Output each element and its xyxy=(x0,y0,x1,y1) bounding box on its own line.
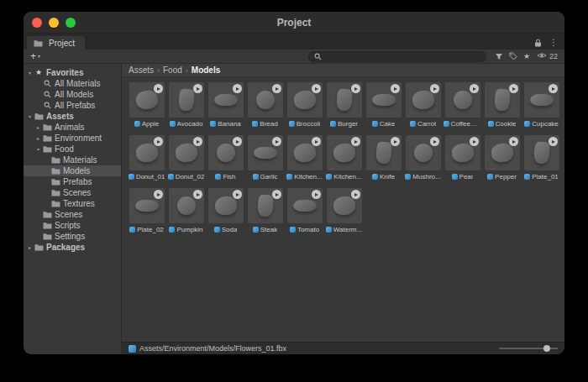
asset-item-pumpkin[interactable]: Pumpkin xyxy=(166,188,206,241)
asset-item-donut-01[interactable]: Donut_01 xyxy=(127,135,166,188)
asset-item-kitchen[interactable]: Kitchen... xyxy=(324,135,364,188)
filter-icon[interactable] xyxy=(495,49,503,64)
tree-item-all-materials[interactable]: All Materials xyxy=(24,78,121,89)
asset-item-apple[interactable]: Apple xyxy=(127,82,166,135)
expand-arrow-icon[interactable]: ▸ xyxy=(34,124,42,130)
favorite-icon[interactable]: ★ xyxy=(523,53,530,60)
asset-thumbnail[interactable] xyxy=(524,82,559,118)
play-preview-button[interactable] xyxy=(391,137,400,146)
asset-item-cupcake[interactable]: Cupcake xyxy=(522,82,561,135)
search-field[interactable] xyxy=(308,51,486,62)
asset-thumbnail[interactable] xyxy=(287,188,323,223)
play-preview-button[interactable] xyxy=(154,190,163,199)
collapse-arrow-icon[interactable]: ▾ xyxy=(26,113,34,119)
asset-item-pear[interactable]: Pear xyxy=(443,135,482,188)
breadcrumb-item-food[interactable]: Food xyxy=(163,65,182,75)
asset-item-pepper[interactable]: Pepper xyxy=(482,135,522,188)
asset-thumbnail[interactable] xyxy=(524,135,559,170)
tree-item-all-models[interactable]: All Models xyxy=(24,89,121,100)
expand-arrow-icon[interactable]: ▸ xyxy=(26,244,34,250)
play-preview-button[interactable] xyxy=(351,84,360,93)
asset-thumbnail[interactable] xyxy=(485,135,520,170)
asset-item-donut-02[interactable]: Donut_02 xyxy=(166,135,206,188)
asset-thumbnail[interactable] xyxy=(287,135,323,170)
play-preview-button[interactable] xyxy=(233,137,242,146)
asset-thumbnail[interactable] xyxy=(485,82,520,118)
play-preview-button[interactable] xyxy=(470,137,479,146)
asset-thumbnail[interactable] xyxy=(208,135,244,170)
tree-item-animals[interactable]: ▸Animals xyxy=(24,122,121,133)
play-preview-button[interactable] xyxy=(193,137,202,146)
asset-item-steak[interactable]: Steak xyxy=(245,188,285,241)
asset-item-kitchen[interactable]: Kitchen... xyxy=(285,135,324,188)
slider-knob[interactable] xyxy=(543,345,550,352)
play-preview-button[interactable] xyxy=(193,84,202,93)
play-preview-button[interactable] xyxy=(272,190,281,199)
play-preview-button[interactable] xyxy=(391,84,400,93)
asset-item-banana[interactable]: Banana xyxy=(206,82,245,135)
tree-item-models[interactable]: Models xyxy=(24,165,121,176)
search-input[interactable] xyxy=(325,52,480,61)
asset-thumbnail[interactable] xyxy=(406,82,441,118)
play-preview-button[interactable] xyxy=(351,190,360,199)
lock-icon[interactable] xyxy=(534,35,542,50)
play-preview-button[interactable] xyxy=(549,84,558,93)
tree-item-food[interactable]: ▾Food xyxy=(24,144,121,154)
asset-item-soda[interactable]: Soda xyxy=(206,188,245,241)
play-preview-button[interactable] xyxy=(549,137,558,146)
tree-item-scenes[interactable]: Scenes xyxy=(24,187,121,198)
tree-item-scripts[interactable]: Scripts xyxy=(24,220,121,231)
asset-item-tomato[interactable]: Tomato xyxy=(285,188,324,241)
asset-thumbnail[interactable] xyxy=(129,188,165,223)
play-preview-button[interactable] xyxy=(193,190,202,199)
tab-project[interactable]: Project xyxy=(27,36,85,50)
tree-item-textures[interactable]: Textures xyxy=(24,198,121,209)
asset-thumbnail[interactable] xyxy=(366,82,402,118)
play-preview-button[interactable] xyxy=(312,190,321,199)
play-preview-button[interactable] xyxy=(154,137,163,146)
play-preview-button[interactable] xyxy=(312,84,321,93)
asset-item-coffeecup[interactable]: CoffeeCup xyxy=(443,82,482,135)
asset-thumbnail[interactable] xyxy=(248,135,283,170)
play-preview-button[interactable] xyxy=(233,190,242,199)
tree-item-prefabs[interactable]: Prefabs xyxy=(24,176,121,187)
asset-thumbnail[interactable] xyxy=(327,82,362,118)
asset-item-plate-02[interactable]: Plate_02 xyxy=(127,188,166,241)
collapse-arrow-icon[interactable]: ▾ xyxy=(26,70,34,76)
eye-icon[interactable] xyxy=(537,52,547,60)
asset-thumbnail[interactable] xyxy=(327,188,362,223)
close-window-button[interactable] xyxy=(32,18,42,28)
asset-thumbnail[interactable] xyxy=(248,82,283,118)
tag-icon[interactable] xyxy=(509,49,517,64)
asset-thumbnail[interactable] xyxy=(169,82,204,118)
tree-item-favorites[interactable]: ▾★Favorites xyxy=(24,67,121,78)
add-asset-button[interactable]: + ▾ xyxy=(30,51,40,61)
breadcrumb-item-assets[interactable]: Assets xyxy=(129,65,154,75)
tree-item-all-prefabs[interactable]: All Prefabs xyxy=(24,100,121,111)
asset-thumbnail[interactable] xyxy=(129,135,165,170)
asset-item-mushro[interactable]: Mushro... xyxy=(403,135,443,188)
asset-item-carrot[interactable]: Carrot xyxy=(403,82,443,135)
asset-item-broccoli[interactable]: Broccoli xyxy=(285,82,324,135)
asset-item-cookie[interactable]: Cookie xyxy=(482,82,522,135)
asset-thumbnail[interactable] xyxy=(248,188,283,223)
play-preview-button[interactable] xyxy=(430,137,439,146)
minimize-window-button[interactable] xyxy=(49,18,59,28)
play-preview-button[interactable] xyxy=(312,137,321,146)
asset-item-knife[interactable]: Knife xyxy=(364,135,403,188)
tree-item-scenes[interactable]: Scenes xyxy=(24,209,121,220)
tree-item-packages[interactable]: ▸Packages xyxy=(24,242,121,253)
asset-item-cake[interactable]: Cake xyxy=(364,82,403,135)
tree-item-assets[interactable]: ▾Assets xyxy=(24,111,121,122)
zoom-window-button[interactable] xyxy=(66,18,76,28)
asset-thumbnail[interactable] xyxy=(169,135,204,170)
play-preview-button[interactable] xyxy=(509,137,518,146)
asset-thumbnail[interactable] xyxy=(208,188,244,223)
asset-item-plate-01[interactable]: Plate_01 xyxy=(522,135,561,188)
kebab-menu-icon[interactable]: ⋮ xyxy=(549,39,558,47)
play-preview-button[interactable] xyxy=(430,84,439,93)
play-preview-button[interactable] xyxy=(272,137,281,146)
asset-thumbnail[interactable] xyxy=(445,82,480,118)
asset-thumbnail[interactable] xyxy=(366,135,402,170)
asset-item-waterm[interactable]: Waterm... xyxy=(324,188,364,241)
